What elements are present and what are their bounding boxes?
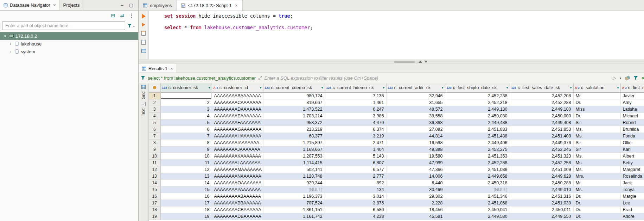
grid-cell[interactable]: Sir [573,119,620,126]
grid-cell[interactable]: 929,344 [263,179,325,186]
grid-cell[interactable]: 7 [160,133,212,139]
grid-cell[interactable]: [NULL] [445,186,510,193]
grid-cell[interactable]: 2,451,438 [445,133,510,139]
grid-cell[interactable]: 2,451,346 [445,193,510,199]
grid-cell[interactable]: AAAAAAAAKAAAAAAA [212,153,263,159]
grid-cell[interactable]: 1,161,742 [263,213,325,220]
grid-cell[interactable]: AAAAAAAABBAAAAAA [212,199,263,206]
grid-cell[interactable]: 48,572 [386,106,445,112]
grid-cell[interactable]: 47,366 [386,166,445,173]
grid-cell[interactable]: 2,449,658 [445,173,510,179]
column-dropdown-icon[interactable]: ▾ [506,86,508,90]
execute-script-button[interactable] [142,23,145,26]
tree-item-lakehouse[interactable]: ›lakehouse [0,40,138,48]
column-header-c_customer_sk[interactable]: 123c_customer_sk▾ [160,83,212,92]
row-number[interactable]: 2 [149,99,160,106]
column-header-c_current_cdemo_sk[interactable]: 123c_current_cdemo_sk▾ [263,83,325,92]
grid-cell[interactable]: 19,580 [386,153,445,159]
minimize-icon[interactable]: ‒ [121,2,123,8]
column-dropdown-icon[interactable]: ▾ [321,86,323,90]
side-tab-text[interactable]: Text [141,109,146,116]
grid-cell[interactable]: 8 [160,139,212,146]
grid-cell[interactable]: 3,876 [325,199,386,206]
grid-cell[interactable]: 134 [325,186,386,193]
grid-cell[interactable]: 2,452,245 [510,146,573,153]
grid-cell[interactable]: 2,452,238 [445,92,510,99]
tab-script-1[interactable]: <172.18.0.2> Script-1 × [177,0,243,11]
maximize-results-icon[interactable] [424,61,428,63]
grid-cell[interactable]: 6,374 [325,126,386,133]
grid-cell[interactable]: 1,703,214 [263,112,325,119]
grid-cell[interactable]: Dr. [573,193,620,199]
grid-cell[interactable]: Mr. [573,179,620,186]
grid-cell[interactable]: 1,473,522 [263,106,325,112]
grid-cell[interactable]: Dr. [573,213,620,220]
filter-settings-icon[interactable] [141,76,145,80]
grid-cell[interactable]: 2,449,376 [510,139,573,146]
grid-cell[interactable]: 2,449,100 [510,106,573,112]
grid-cell[interactable]: Margaret [620,166,644,173]
select-all-corner[interactable] [149,83,160,92]
link-with-editor-icon[interactable]: ⇄ [120,13,124,18]
grid-cell[interactable]: AAAAAAAAMAAAAAAA [212,166,263,173]
grid-cell[interactable]: Dr. [573,112,620,119]
tab-employees[interactable]: employees [139,0,177,11]
tree-item-172-18-0-2[interactable]: ▾172.18.0.2 [0,32,138,40]
grid-cell[interactable]: AAAAAAAAEAAAAAAA [212,112,263,119]
grid-cell[interactable]: 2,452,288 [445,159,510,166]
grid-cell[interactable]: 2,450,041 [445,206,510,213]
grid-cell[interactable]: Ms. [573,166,620,173]
grid-cell[interactable]: 45,581 [386,213,445,220]
filter-expression-input[interactable] [264,75,610,81]
grid-cell[interactable]: AAAAAAAAOAAAAAAA [212,179,263,186]
grid-cell[interactable]: AAAAAAAABAAAAAAA [212,92,263,99]
grid-cell[interactable]: Michael [620,112,644,119]
close-icon[interactable]: × [235,3,238,8]
grid-cell[interactable]: Brunilda [620,126,644,133]
grid-cell[interactable]: 36,368 [386,119,445,126]
grid-cell[interactable]: 14,006 [386,173,445,179]
row-number[interactable]: 18 [149,206,160,213]
grid-cell[interactable]: 68,377 [263,133,325,139]
editor-results-splitter[interactable] [139,60,644,64]
grid-cell[interactable]: 47,999 [386,159,445,166]
grid-cell[interactable]: 10 [160,153,212,159]
column-header-c_first_sales_date_sk[interactable]: 123c_first_sales_date_sk▾ [510,83,573,92]
grid-cell[interactable]: [NULL] [263,186,325,193]
grid-cell[interactable]: 2,451,038 [510,199,573,206]
row-number[interactable]: 11 [149,159,160,166]
row-number[interactable]: 7 [149,133,160,139]
grid-cell[interactable]: 502,141 [263,166,325,173]
grid-cell[interactable]: 2,452,258 [510,159,573,166]
script-output-button[interactable] [141,40,146,45]
expand-chevron-icon[interactable]: › [8,42,13,46]
toggle-panel-button[interactable] [141,49,146,53]
row-number[interactable]: 12 [149,166,160,173]
column-header-c_current_addr_sk[interactable]: 123c_current_addr_sk▾ [386,83,445,92]
grid-cell[interactable]: Dr. [573,99,620,106]
grid-cell[interactable]: 2,451,353 [445,153,510,159]
grid-cell[interactable]: 980,124 [263,92,325,99]
grid-cell[interactable]: 32,946 [386,92,445,99]
grid-cell[interactable]: 2,451,039 [445,166,510,173]
grid-cell[interactable]: 9 [160,146,212,153]
grid-cell[interactable]: 18 [160,206,212,213]
grid-cell[interactable]: 30,469 [386,186,445,193]
column-dropdown-icon[interactable]: ▾ [441,86,443,90]
grid-cell[interactable]: 16 [160,193,212,199]
maximize-editor-icon[interactable] [419,61,422,63]
grid-cell[interactable]: 2,777 [325,173,386,179]
row-number[interactable]: 17 [149,199,160,206]
column-header-c_salutation[interactable]: A-zc_salutation▾ [573,83,620,92]
grid-cell[interactable]: Brad [620,206,644,213]
grid-cell[interactable]: AAAAAAAANAAAAAAA [212,173,263,179]
grid-cell[interactable]: 2,451,323 [510,153,573,159]
grid-cell[interactable]: AAAAAAAADAAAAAAA [212,106,263,112]
grid-cell[interactable]: 39,558 [386,112,445,119]
column-dropdown-icon[interactable]: ▾ [617,86,619,90]
row-number[interactable]: 4 [149,112,160,119]
grid-cell[interactable]: Jack [620,179,644,186]
grid-cell[interactable]: 49,388 [386,146,445,153]
grid-cell[interactable]: 3 [160,106,212,112]
side-tab-grid[interactable]: Grid [141,91,146,99]
